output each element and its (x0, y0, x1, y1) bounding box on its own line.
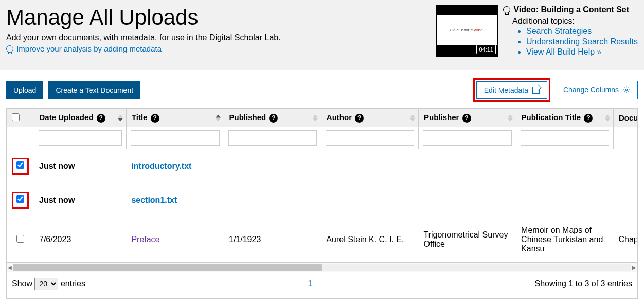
col-title[interactable]: Title ? (126, 109, 224, 127)
video-additional-label: Additional topics: (512, 16, 638, 26)
sort-up-icon (410, 114, 415, 117)
checkbox-highlight (12, 192, 29, 209)
video-duration: 04:11 (476, 45, 496, 54)
cell-doctype (613, 183, 638, 217)
video-thumb-content: Gale. e for e yone. (437, 15, 497, 45)
sort-down-icon (508, 118, 513, 121)
table-body: Just now introductory.txt (7, 149, 638, 262)
help-icon[interactable]: ? (355, 114, 364, 123)
title-link[interactable]: Preface (131, 235, 159, 244)
col-author[interactable]: Author ? (321, 109, 418, 127)
col-document-type[interactable]: Docu (613, 109, 638, 127)
video-link[interactable]: View All Build Help » (526, 47, 601, 56)
cell-publisher (419, 183, 516, 217)
cell-pubtitle: Memoir on Maps of Chinese Turkistan and … (516, 217, 613, 262)
help-icon[interactable]: ? (584, 114, 593, 123)
sort-icons (605, 114, 610, 121)
cell-published: 1/1/1923 (224, 217, 321, 262)
cell-author (321, 149, 418, 183)
toolbar-right: Edit Metadata Change Columns (473, 78, 638, 102)
col-label: Date Uploaded (40, 113, 94, 122)
svg-point-0 (625, 89, 628, 91)
row-checkbox[interactable] (16, 195, 24, 203)
filter-publisher-input[interactable] (423, 130, 512, 146)
scroll-right-icon[interactable]: ▶ (631, 264, 637, 271)
page-link[interactable]: 1 (308, 279, 312, 288)
tip-link-text: Improve your analysis by adding metadata (16, 44, 162, 53)
table-row: 7/6/2023 Preface 1/1/1923 Aurel Stein K.… (7, 217, 638, 262)
thumb-text-2: e for e (461, 28, 473, 32)
change-columns-label: Change Columns (563, 86, 619, 94)
header-area: Manage All Uploads Add your own document… (0, 0, 644, 70)
col-label: Docu (619, 113, 638, 122)
filter-title-input[interactable] (131, 130, 220, 146)
col-label: Publication Title (522, 113, 581, 122)
cell-pubtitle (516, 183, 613, 217)
page-size-select[interactable]: 20 (34, 278, 58, 290)
cell-date: Just now (34, 183, 126, 217)
cell-title: Preface (126, 217, 224, 262)
col-label: Title (132, 113, 148, 122)
sort-icons (508, 114, 513, 121)
filter-date (34, 127, 126, 149)
help-icon[interactable]: ? (462, 114, 471, 123)
page-subtitle: Add your own documents, with metadata, f… (6, 33, 436, 42)
cell-doctype (613, 149, 638, 183)
row-checkbox[interactable] (16, 235, 24, 243)
sort-icons (410, 114, 415, 121)
horizontal-scrollbar[interactable]: ◀ ▶ (7, 262, 637, 272)
edit-metadata-button[interactable]: Edit Metadata (476, 81, 547, 99)
row-checkbox-cell (7, 217, 34, 262)
filter-publisher (419, 127, 516, 149)
scrollbar-track (13, 264, 631, 271)
video-thumbnail[interactable]: Gale. e for e yone. 04:11 (436, 5, 498, 57)
col-label: Publisher (424, 113, 459, 122)
show-label: Show (12, 279, 32, 288)
video-links-list: Search Strategies Understanding Search R… (526, 27, 638, 57)
content-area: Upload Create a Text Document Edit Metad… (0, 70, 644, 305)
help-icon[interactable]: ? (269, 114, 278, 123)
sort-down-icon (118, 118, 123, 121)
help-icon[interactable]: ? (97, 114, 105, 123)
filter-pubtitle-input[interactable] (521, 130, 609, 146)
video-link[interactable]: Understanding Search Results (526, 37, 638, 46)
create-text-button[interactable]: Create a Text Document (48, 81, 140, 99)
video-link-item: Understanding Search Results (526, 37, 638, 46)
cell-doctype: Chap (613, 217, 638, 262)
change-columns-button[interactable]: Change Columns (556, 81, 638, 99)
filter-author-input[interactable] (326, 130, 414, 146)
entries-summary: Showing 1 to 3 of 3 entries (535, 279, 632, 289)
row-checkbox-cell (7, 149, 34, 183)
upload-button[interactable]: Upload (6, 81, 43, 99)
video-link[interactable]: Search Strategies (526, 27, 592, 36)
cell-publisher (419, 149, 516, 183)
title-link[interactable]: introductory.txt (131, 162, 191, 171)
filter-published-input[interactable] (228, 130, 317, 146)
title-link[interactable]: section1.txt (131, 196, 177, 205)
filter-author (321, 127, 418, 149)
table-footer: Show 20 entries 1 Showing 1 to 3 of 3 en… (7, 272, 637, 298)
col-publication-title[interactable]: Publication Title ? (516, 109, 613, 127)
table-row: Just now introductory.txt (7, 149, 638, 183)
row-checkbox[interactable] (16, 161, 24, 169)
cell-date: Just now (34, 149, 126, 183)
thumb-text-1: Gale. (450, 28, 460, 32)
tip-link[interactable]: Improve your analysis by adding metadata (6, 44, 162, 53)
help-icon[interactable]: ? (151, 114, 159, 123)
sort-down-icon (410, 118, 415, 121)
col-published[interactable]: Published ? (224, 109, 321, 127)
sort-down-icon (216, 118, 221, 121)
scrollbar-thumb[interactable] (13, 264, 322, 271)
select-all-checkbox[interactable] (12, 113, 20, 121)
edit-metadata-highlight: Edit Metadata (473, 78, 550, 102)
col-date-uploaded[interactable]: Date Uploaded ? (34, 109, 126, 127)
pagination: 1 (308, 279, 312, 289)
sort-icons (216, 114, 221, 121)
cell-publisher: Trigonometrical Survey Office (419, 217, 516, 262)
sort-up-icon (118, 114, 123, 117)
col-label: Author (327, 113, 352, 122)
col-publisher[interactable]: Publisher ? (419, 109, 516, 127)
filter-date-input[interactable] (39, 130, 122, 146)
scroll-left-icon[interactable]: ◀ (7, 264, 13, 271)
entries-label: entries (61, 279, 85, 288)
